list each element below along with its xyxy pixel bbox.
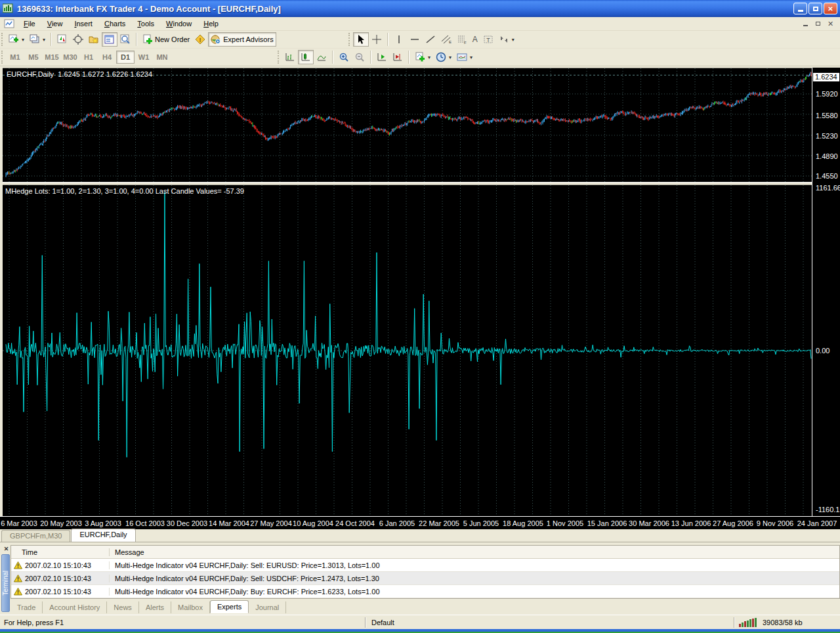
terminal-table-header: Time Message (11, 546, 839, 559)
menu-help[interactable]: Help (198, 18, 224, 30)
tab-alerts[interactable]: Alerts (139, 601, 171, 613)
price-tick-label: 1.5230 (816, 132, 838, 140)
templates-button[interactable]: ▾ (454, 50, 475, 64)
trendline-button[interactable] (423, 32, 438, 47)
timeframe-h1-button[interactable]: H1 (79, 51, 98, 64)
toolbar-grip[interactable] (1, 33, 5, 46)
arrows-tool-button[interactable]: ▾ (496, 32, 517, 47)
toolbar-separator (387, 33, 388, 46)
timeframe-m15-button[interactable]: M15 (43, 51, 61, 64)
table-row[interactable]: 2007.02.10 15:10:43 Multi-Hedge Indicato… (11, 559, 839, 572)
menu-window[interactable]: Window (160, 18, 198, 30)
tab-trade[interactable]: Trade (10, 601, 43, 613)
column-header-time[interactable]: Time (11, 548, 110, 556)
toolbar-grip[interactable] (348, 33, 352, 46)
timeframe-m5-button[interactable]: M5 (24, 51, 43, 64)
charts-toolbar: M1 M5 M15 M30 H1 H4 D1 W1 MN ▾ (0, 49, 840, 66)
candlestick-chart-button[interactable] (298, 50, 314, 64)
navigator-button[interactable] (70, 32, 86, 47)
chart-shift-button[interactable] (390, 50, 406, 64)
chart-tab-bar: GBPCHFm,M30 EURCHF,Daily (0, 529, 840, 542)
market-watch-button[interactable] (54, 32, 70, 47)
alert-icon: ! (195, 34, 205, 45)
text-label-tool-button[interactable]: T (480, 32, 496, 47)
fibonacci-button[interactable]: F (454, 32, 470, 47)
periods-button[interactable]: ▾ (433, 50, 454, 64)
log-time: 2007.02.10 15:10:43 (25, 588, 91, 596)
history-center-button[interactable] (86, 32, 102, 47)
timeframe-h4-button[interactable]: H4 (98, 51, 116, 64)
indicators-button[interactable]: ▾ (412, 50, 433, 64)
chart-tab-eurchf[interactable]: EURCHF,Daily (71, 529, 135, 542)
tab-mailbox[interactable]: Mailbox (171, 601, 210, 613)
menu-charts[interactable]: Charts (98, 18, 131, 30)
mdi-close-button[interactable]: ✕ (825, 19, 836, 29)
vertical-line-icon (394, 34, 404, 45)
terminal-toggle-button[interactable] (102, 32, 117, 47)
minimize-button[interactable] (793, 3, 807, 14)
timeframe-mn-button[interactable]: MN (153, 51, 171, 64)
price-axis[interactable]: 1.6234 1.5920 1.5580 1.5230 1.4890 1.455… (812, 68, 840, 516)
mdi-restore-button[interactable] (812, 19, 824, 29)
tester-icon (120, 34, 131, 45)
chart-window-icon[interactable] (4, 19, 15, 29)
menu-insert[interactable]: Insert (68, 18, 98, 30)
date-label: 22 Mar 2005 (419, 519, 459, 527)
text-tool-button[interactable]: A (470, 32, 480, 47)
cursor-tool-button[interactable] (353, 32, 369, 47)
terminal-close-button[interactable]: ✕ (3, 545, 10, 552)
strategy-tester-button[interactable] (117, 32, 133, 47)
date-label: 14 Mar 2004 (209, 519, 249, 527)
trendline-icon (425, 34, 436, 45)
table-row[interactable]: 2007.02.10 15:10:43 Multi-Hedge Indicato… (11, 572, 839, 585)
restore-button[interactable] (808, 3, 822, 14)
zoom-in-button[interactable] (336, 50, 352, 64)
equidistant-channel-button[interactable]: E (438, 32, 454, 47)
horizontal-line-button[interactable] (407, 32, 423, 47)
vertical-line-button[interactable] (391, 32, 407, 47)
line-chart-button[interactable] (314, 50, 329, 64)
menu-tools[interactable]: Tools (131, 18, 160, 30)
new-order-button[interactable]: New Order (140, 32, 192, 47)
date-axis[interactable]: 6 Mar 2003 20 May 2003 3 Aug 2003 16 Oct… (0, 516, 840, 529)
timeframe-m1-button[interactable]: M1 (6, 51, 24, 64)
timeframe-d1-button[interactable]: D1 (116, 51, 135, 64)
expert-advisors-button[interactable]: Expert Advisors (208, 32, 276, 47)
timeframe-w1-button[interactable]: W1 (135, 51, 153, 64)
indicator-pane[interactable] (3, 185, 812, 516)
column-header-message[interactable]: Message (110, 548, 839, 556)
toolbar-grip[interactable] (1, 51, 5, 64)
close-button[interactable]: ✕ (824, 3, 837, 14)
price-pane[interactable] (3, 68, 812, 182)
terminal-side-bar[interactable]: Terminal (1, 554, 10, 612)
crosshair-tool-button[interactable] (369, 32, 385, 47)
date-label: 1 Nov 2005 (547, 519, 583, 527)
connection-meter-icon (739, 618, 757, 627)
dropdown-icon: ▾ (22, 37, 24, 43)
log-message: Multi-Hedge Indicator v04 EURCHF,Daily: … (110, 561, 839, 569)
date-label: 6 Jan 2005 (379, 519, 415, 527)
bar-chart-button[interactable] (282, 50, 298, 64)
app-icon (3, 3, 13, 14)
timeframe-m30-button[interactable]: M30 (61, 51, 79, 64)
terminal-panel: ✕ Terminal Time Message 2007.02.10 15:10… (0, 542, 840, 615)
alert-button[interactable]: ! (192, 32, 208, 47)
zoom-in-icon (339, 52, 349, 62)
price-tick-label: 1.4550 (816, 172, 838, 180)
chart-tab-gbpchfm[interactable]: GBPCHFm,M30 (1, 530, 70, 542)
menu-file[interactable]: File (18, 18, 41, 30)
warning-icon (14, 561, 22, 569)
auto-scroll-button[interactable] (374, 50, 390, 64)
zoom-out-button[interactable] (352, 50, 368, 64)
mdi-minimize-button[interactable] (800, 19, 811, 29)
table-row[interactable]: 2007.02.10 15:10:43 Multi-Hedge Indicato… (11, 585, 839, 598)
profiles-button[interactable]: ▾ (27, 32, 48, 47)
toolbar-grip[interactable] (278, 51, 281, 64)
status-profile[interactable]: Default (366, 619, 734, 626)
menu-view[interactable]: View (41, 18, 69, 30)
tab-journal[interactable]: Journal (249, 601, 286, 613)
tab-news[interactable]: News (107, 601, 139, 613)
new-chart-button[interactable]: ▾ (6, 32, 27, 47)
tab-experts[interactable]: Experts (210, 600, 249, 613)
tab-account-history[interactable]: Account History (43, 601, 107, 613)
